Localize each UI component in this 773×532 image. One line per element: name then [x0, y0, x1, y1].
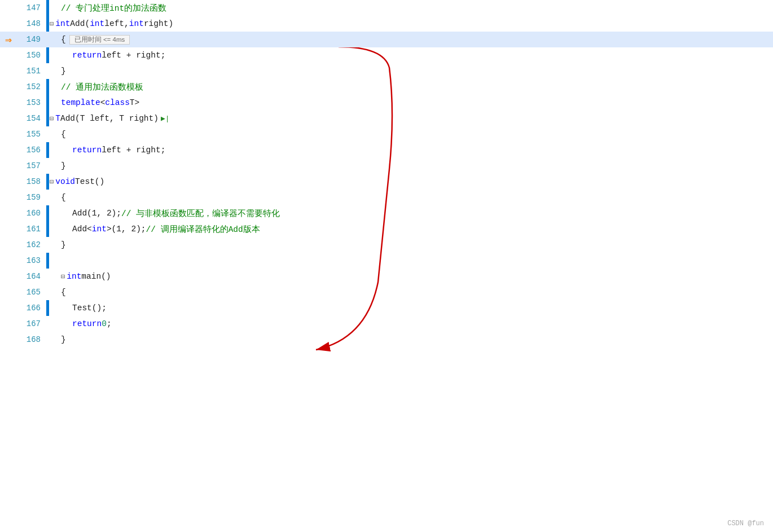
code-content-152: // 通用加法函数模板	[50, 79, 773, 95]
line-number-150: 150	[17, 47, 46, 63]
token-text-black: left,	[104, 19, 129, 28]
code-line-152: 152// 通用加法函数模板	[0, 79, 773, 95]
gutter-149: ⇒	[0, 32, 17, 47]
code-editor: 147// 专门处理int的加法函数148⊟int Add(int left, …	[0, 0, 773, 532]
token-text-black: left + right;	[102, 146, 165, 155]
token-kw-int-type: int	[67, 272, 81, 281]
code-line-153: 153template<class T>	[0, 95, 773, 111]
code-content-154: ⊟T Add(T left, T right)▶|	[50, 111, 773, 126]
code-content-165: {	[50, 284, 773, 300]
gutter-152	[0, 79, 17, 95]
code-line-168: 168}	[0, 332, 773, 348]
token-comment-green: // 通用加法函数模板	[61, 82, 143, 93]
code-content-168: }	[50, 332, 773, 348]
code-line-148: 148⊟int Add(int left, int right)	[0, 16, 773, 32]
token-kw-return: return	[72, 146, 102, 155]
line-number-157: 157	[17, 158, 46, 174]
gutter-148	[0, 16, 17, 32]
token-text-black: Add(T left, T right)	[60, 114, 159, 123]
line-number-166: 166	[17, 300, 46, 316]
line-number-155: 155	[17, 126, 46, 142]
collapse-icon-158[interactable]: ⊟	[50, 178, 54, 186]
token-text-black: left + right;	[102, 51, 165, 60]
collapse-icon-154[interactable]: ⊟	[50, 115, 54, 123]
collapse-icon-164[interactable]: ⊟	[61, 272, 65, 281]
code-line-167: 167return 0;	[0, 316, 773, 332]
gutter-150	[0, 47, 17, 63]
token-text-black: }	[61, 335, 66, 344]
token-kw-int-type: int	[92, 225, 107, 234]
code-content-158: ⊟void Test()	[50, 174, 773, 190]
token-text-black: }	[61, 67, 66, 76]
line-number-163: 163	[17, 253, 46, 269]
code-content-155: {	[50, 126, 773, 142]
code-line-151: 151}	[0, 63, 773, 79]
line-number-156: 156	[17, 142, 46, 158]
code-content-149: {已用时间 <= 4ms	[50, 32, 773, 47]
gutter-168	[0, 332, 17, 348]
gutter-158	[0, 174, 17, 190]
code-line-154: 154⊟T Add(T left, T right)▶|	[0, 111, 773, 126]
code-line-158: 158⊟void Test()	[0, 174, 773, 190]
gutter-165	[0, 284, 17, 300]
token-text-black: Test()	[75, 177, 104, 186]
line-number-159: 159	[17, 190, 46, 205]
code-content-151: }	[50, 63, 773, 79]
line-number-161: 161	[17, 221, 46, 237]
play-button[interactable]: ▶|	[161, 114, 170, 123]
token-kw-int-type: T	[55, 114, 60, 123]
gutter-162	[0, 237, 17, 253]
line-number-162: 162	[17, 237, 46, 253]
token-kw-return: return	[72, 319, 102, 328]
gutter-159	[0, 190, 17, 205]
code-content-159: {	[50, 190, 773, 205]
watermark: CSDN @fun	[727, 520, 764, 527]
code-content-150: return left + right;	[50, 47, 773, 63]
gutter-154	[0, 111, 17, 126]
gutter-153	[0, 95, 17, 111]
collapse-icon-148[interactable]: ⊟	[50, 20, 54, 28]
code-line-150: 150return left + right;	[0, 47, 773, 63]
gutter-147	[0, 0, 17, 16]
code-lines: 147// 专门处理int的加法函数148⊟int Add(int left, …	[0, 0, 773, 532]
code-content-148: ⊟int Add(int left, int right)	[50, 16, 773, 32]
gutter-164	[0, 269, 17, 284]
line-number-167: 167	[17, 316, 46, 332]
gutter-166	[0, 300, 17, 316]
code-line-157: 157}	[0, 158, 773, 174]
code-line-166: 166Test();	[0, 300, 773, 316]
gutter-157	[0, 158, 17, 174]
token-text-black: Add<	[72, 225, 92, 234]
code-line-162: 162}	[0, 237, 773, 253]
code-content-161: Add<int>(1, 2); // 调用编译器特化的Add版本	[50, 221, 773, 237]
current-line-arrow: ⇒	[5, 33, 12, 47]
token-kw-void: void	[55, 177, 75, 186]
token-text-black: ;	[107, 319, 112, 328]
code-content-153: template<class T>	[50, 95, 773, 111]
token-text-black: right)	[144, 19, 173, 28]
token-template-kw: class	[105, 98, 130, 107]
gutter-151	[0, 63, 17, 79]
token-text-black: <	[100, 98, 106, 107]
line-number-165: 165	[17, 284, 46, 300]
line-number-154: 154	[17, 111, 46, 126]
token-kw-return: return	[72, 51, 102, 60]
token-text-black: Add(	[70, 19, 90, 28]
code-line-155: 155{	[0, 126, 773, 142]
line-number-152: 152	[17, 79, 46, 95]
line-number-153: 153	[17, 95, 46, 111]
code-line-165: 165{	[0, 284, 773, 300]
gutter-160	[0, 205, 17, 221]
gutter-156	[0, 142, 17, 158]
tooltip-box: 已用时间 <= 4ms	[69, 35, 130, 45]
token-text-black: {	[61, 193, 66, 202]
token-text-black: }	[61, 161, 66, 170]
gutter-167	[0, 316, 17, 332]
line-number-160: 160	[17, 205, 46, 221]
token-text-black: >(1, 2);	[107, 225, 146, 234]
code-line-164: 164⊟int main()	[0, 269, 773, 284]
code-content-162: }	[50, 237, 773, 253]
code-content-164: ⊟int main()	[50, 269, 773, 284]
gutter-163	[0, 253, 17, 269]
code-content-156: return left + right;	[50, 142, 773, 158]
